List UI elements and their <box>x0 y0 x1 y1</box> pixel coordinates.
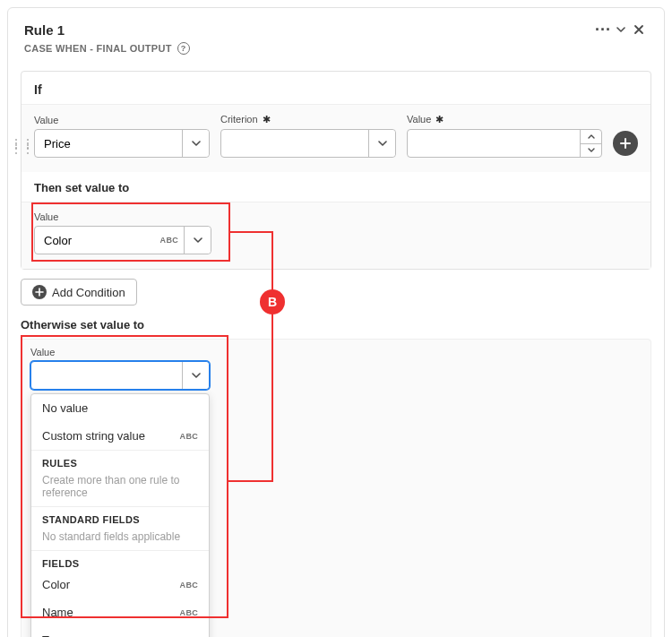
then-type-tag: ABC <box>160 236 178 245</box>
dropdown-hint-rules: Create more than one rule to reference <box>31 470 209 506</box>
stepper-down-icon[interactable] <box>581 144 601 158</box>
otherwise-value-combo[interactable] <box>30 361 210 390</box>
connector-line <box>271 231 273 263</box>
if-value2-label: Value ✱ <box>407 114 602 125</box>
otherwise-value-input[interactable] <box>31 362 182 389</box>
if-value2-input[interactable] <box>408 130 580 157</box>
connector-line <box>228 480 273 482</box>
dropdown-section-fields: FIELDS <box>31 550 209 571</box>
rule-title: Rule 1 <box>24 22 594 38</box>
condition-card: If ⋮⋮⋮⋮ Value Criterion ✱ <box>21 71 651 270</box>
more-icon[interactable]: ··· <box>594 21 612 39</box>
then-heading: Then set value to <box>22 172 650 202</box>
dropdown-item-no-value[interactable]: No value <box>31 394 209 422</box>
dropdown-item-field[interactable]: NameABC <box>31 598 209 626</box>
then-value-combo[interactable]: ABC <box>34 226 211 254</box>
criterion-label: Criterion ✱ <box>220 114 396 125</box>
otherwise-body: Value No value Custom string valueABC RU… <box>21 339 651 637</box>
add-condition-button[interactable]: Add Condition <box>21 279 137 306</box>
otherwise-dropdown: No value Custom string valueABC RULES Cr… <box>30 393 210 637</box>
otherwise-value-dropdown-button[interactable] <box>182 362 209 389</box>
otherwise-value-label: Value <box>30 347 210 357</box>
dropdown-hint-standard: No standard fields applicable <box>31 527 209 550</box>
if-value-label: Value <box>34 115 210 125</box>
if-value-dropdown-button[interactable] <box>182 130 209 157</box>
if-value2-stepper[interactable] <box>580 130 601 157</box>
drag-handle-icon[interactable]: ⋮⋮⋮⋮ <box>11 141 34 151</box>
plus-icon <box>32 285 47 299</box>
dropdown-item-field[interactable]: ColorABC <box>31 571 209 598</box>
connector-line <box>230 231 273 233</box>
add-criterion-button[interactable] <box>613 131 638 156</box>
dropdown-section-rules: RULES <box>31 450 209 470</box>
panel-subtitle: CASE WHEN - FINAL OUTPUT ? <box>8 42 664 65</box>
then-value-dropdown-button[interactable] <box>184 227 211 254</box>
if-row: ⋮⋮⋮⋮ Value Criterion ✱ <box>22 104 650 172</box>
panel-header: Rule 1 ··· <box>8 8 664 42</box>
criterion-combo[interactable] <box>220 129 396 158</box>
chevron-down-icon[interactable] <box>612 21 630 39</box>
criterion-input[interactable] <box>221 130 368 157</box>
then-value-label: Value <box>34 211 211 222</box>
if-value2-combo[interactable] <box>407 129 602 158</box>
dropdown-item-custom[interactable]: Custom string valueABC <box>31 422 209 450</box>
otherwise-heading: Otherwise set value to <box>8 306 664 339</box>
if-heading: If <box>22 72 650 104</box>
if-value-input[interactable] <box>35 130 182 157</box>
annotation-badge: B <box>260 289 285 314</box>
dropdown-section-standard: STANDARD FIELDS <box>31 506 209 527</box>
help-icon[interactable]: ? <box>177 42 190 55</box>
if-value-combo[interactable] <box>34 129 210 158</box>
add-condition-label: Add Condition <box>52 286 125 299</box>
dropdown-item-field[interactable]: TypeABC <box>31 626 209 637</box>
criterion-dropdown-button[interactable] <box>368 130 395 157</box>
subtitle-text: CASE WHEN - FINAL OUTPUT <box>24 43 172 54</box>
stepper-up-icon[interactable] <box>581 130 601 144</box>
close-icon[interactable] <box>630 21 648 39</box>
then-row: Value ABC <box>22 202 650 269</box>
rule-panel: Rule 1 ··· CASE WHEN - FINAL OUTPUT ? If… <box>7 7 665 637</box>
